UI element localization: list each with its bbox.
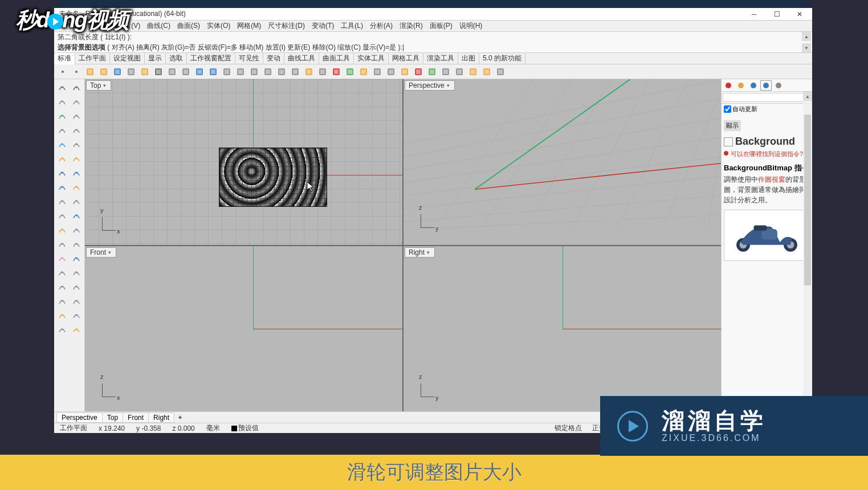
toolbar-tab[interactable]: 工作视窗配置 [187,52,235,64]
viewport-label[interactable]: Right ▾ [405,247,435,258]
viewport-label[interactable]: Top ▾ [86,80,111,91]
color-3-icon[interactable] [426,66,438,78]
close-button[interactable]: ✕ [792,10,808,19]
viewport-tab-front[interactable]: Front [123,413,149,423]
toolbar-tab[interactable]: 实体工具 [354,52,389,64]
toolbar-tab[interactable]: 变动 [263,52,284,64]
show-icon[interactable] [344,66,356,78]
copy-icon[interactable] [166,66,178,78]
help-icon[interactable] [494,66,507,78]
menu-说明[interactable]: 说明(H) [457,21,485,31]
properties-icon[interactable] [480,66,493,78]
toolbar-tab[interactable]: 显示 [145,52,166,64]
menu-实体[interactable]: 实体(O) [205,21,233,31]
text-tool-icon[interactable] [55,308,69,322]
loft-tool-icon[interactable] [70,294,83,308]
clipboard-icon[interactable] [138,66,151,78]
surface-tool-icon[interactable] [70,266,83,279]
trim-tool-icon[interactable] [70,152,83,165]
line-tool-icon[interactable] [70,137,83,151]
background-bitmap[interactable] [219,148,327,207]
scrollbar-thumb[interactable] [804,115,811,285]
fillet-tool-icon[interactable] [55,166,69,179]
set-view-icon[interactable] [303,66,315,78]
extend-tool-icon[interactable] [55,152,69,165]
maximize-button[interactable]: ☐ [769,10,785,19]
pointer-icon[interactable] [56,66,69,78]
menu-网格[interactable]: 网格(M) [235,21,263,31]
explode-tool-icon[interactable] [55,237,69,251]
zoom-selected-icon[interactable] [289,66,301,78]
toolbar-tab[interactable]: 选取 [166,52,187,64]
revolve-tool-icon[interactable] [55,294,69,308]
menu-渲染[interactable]: 渲染(R) [397,21,425,31]
panel-tab-display[interactable] [748,80,759,91]
boolean-union-tool-icon[interactable] [70,251,83,265]
panel-tab-layers[interactable] [735,80,747,91]
toolbar-tab[interactable]: 网格工具 [389,52,423,64]
dot-icon[interactable] [70,66,83,78]
layers-icon[interactable] [385,66,397,78]
options-icon[interactable] [467,66,479,78]
unlock-icon[interactable] [371,66,384,78]
render-icon[interactable] [453,66,466,78]
chevron-down-icon[interactable]: ▾ [108,250,111,255]
menu-尺寸标注[interactable]: 尺寸标注(D) [266,21,307,31]
extrude-tool-icon[interactable] [70,280,83,293]
toolbar-tab[interactable]: 曲线工具 [284,52,319,64]
polyline-tool-icon[interactable] [70,95,83,108]
zoom-icon[interactable] [234,66,247,78]
toolbar-tab[interactable]: 可见性 [235,52,263,64]
rotate-view-icon[interactable] [275,66,288,78]
viewport-top[interactable]: Top ▾ y x [85,79,402,245]
help-search-input[interactable] [723,93,811,102]
auto-update-checkbox[interactable] [724,105,731,113]
print-icon[interactable] [125,66,137,78]
open-icon[interactable] [97,66,110,78]
hide-icon[interactable] [330,66,343,78]
add-viewport-tab[interactable]: ✦ [174,413,186,422]
chevron-down-icon[interactable]: ▾ [103,83,106,88]
minimize-button[interactable]: ─ [746,10,762,19]
status-toggle[interactable]: 锁定格点 [552,424,584,432]
ellipse-tool-icon[interactable] [55,137,69,151]
viewport-label[interactable]: Front ▾ [86,247,116,258]
panel-tab-notes[interactable] [773,80,784,91]
chamfer-tool-icon[interactable] [70,166,83,179]
dimension-tool-icon[interactable] [70,308,83,322]
new-icon[interactable] [84,66,96,78]
menu-曲面[interactable]: 曲面(S) [175,21,202,31]
color-2-icon[interactable] [412,66,425,78]
join-tool-icon[interactable] [70,223,83,236]
color-1-icon[interactable] [398,66,411,78]
scroll-up-icon[interactable]: ▲ [803,92,812,101]
pan-icon[interactable] [221,66,233,78]
circle-tool-icon[interactable] [55,109,69,122]
menu-面板[interactable]: 面板(P) [427,21,455,31]
menu-工具[interactable]: 工具(L) [339,21,365,31]
status-unit[interactable]: 毫米 [204,423,222,433]
scroll-up-icon[interactable]: ▲ [802,32,811,41]
rectangle-tool-icon[interactable] [55,123,69,137]
panel-tab-properties[interactable] [723,80,734,91]
hatch-tool-icon[interactable] [55,322,69,336]
move-tool-icon[interactable] [70,209,83,222]
toolbar-tab[interactable]: 出图 [458,52,479,64]
help-where-link[interactable]: 可以在哪裡找到這個指令? [724,150,810,158]
pointer-tool-icon[interactable] [55,80,69,94]
analyze-tool-icon[interactable] [70,322,83,336]
viewport-tab-perspective[interactable]: Perspective [56,413,103,423]
scroll-down-icon[interactable]: ▼ [802,43,811,52]
toolbar-tab[interactable]: 工作平面 [75,52,110,64]
viewport-tab-top[interactable]: Top [102,413,123,423]
offset-tool-icon[interactable] [55,180,69,194]
status-layer[interactable]: 预设值 [229,423,261,433]
panel-tab-help[interactable] [760,80,772,91]
array-tool-icon[interactable] [55,209,69,222]
viewport-front[interactable]: Front ▾ z x [85,246,402,412]
viewport-right[interactable]: Right ▾ z y [404,246,721,412]
polygon-tool-icon[interactable] [70,123,83,137]
viewport-tab-right[interactable]: Right [148,413,174,423]
toolbar-tab[interactable]: 曲面工具 [319,52,354,64]
toolbar-tab[interactable]: 5.0 的新功能 [479,52,525,64]
